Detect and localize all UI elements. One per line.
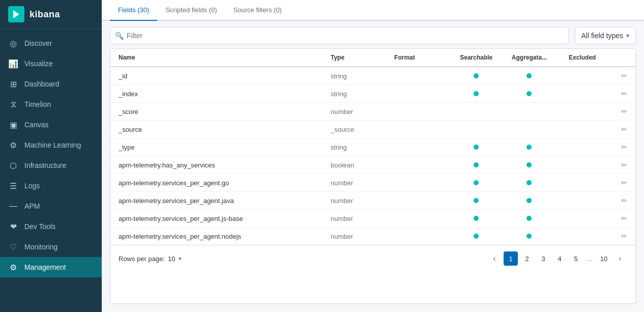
page-next-button[interactable]: ›: [613, 251, 627, 266]
rows-per-page-label: Rows per page:: [119, 255, 165, 263]
cell-searchable: [450, 192, 503, 210]
page-prev-button[interactable]: ‹: [487, 251, 502, 266]
sidebar-item-discover[interactable]: ◎ Discover: [0, 33, 102, 53]
cell-format: [386, 156, 450, 174]
page-1-button[interactable]: 1: [504, 251, 518, 266]
sidebar-label-discover: Discover: [24, 39, 52, 47]
filter-input[interactable]: [110, 27, 569, 44]
cell-excluded: [556, 103, 609, 121]
apm-icon: —: [8, 201, 18, 211]
sidebar-item-canvas[interactable]: ▣ Canvas: [0, 115, 102, 135]
page-10-button[interactable]: 10: [597, 251, 611, 266]
page-numbers: ‹ 1 2 3 4 5 ... 10 ›: [487, 251, 627, 266]
cell-type: boolean: [323, 156, 386, 174]
edit-icon[interactable]: ✏: [621, 72, 627, 80]
table-header: Name Type Format Searchable Aggregata...…: [110, 49, 635, 67]
cell-name: _id: [110, 67, 323, 85]
cell-excluded: [556, 210, 609, 228]
cell-type: string: [323, 67, 386, 85]
cell-type: number: [323, 174, 386, 192]
table-row: apm-telemetry.has_any_services boolean ✏: [110, 156, 635, 174]
sidebar-label-visualize: Visualize: [24, 60, 53, 68]
rows-per-page[interactable]: Rows per page: 10 ▾: [119, 255, 182, 263]
cell-name: apm-telemetry.services_per_agent.js-base: [110, 210, 323, 228]
tab-scripted-fields[interactable]: Scripted fields (0): [157, 0, 225, 21]
edit-icon[interactable]: ✏: [621, 107, 627, 116]
dev-tools-icon: ❤: [8, 221, 18, 232]
sidebar-item-visualize[interactable]: 📊 Visualize: [0, 53, 102, 74]
edit-icon[interactable]: ✏: [621, 90, 627, 98]
cell-excluded: [556, 121, 609, 138]
sidebar-item-dev-tools[interactable]: ❤ Dev Tools: [0, 216, 102, 237]
edit-icon[interactable]: ✏: [621, 161, 627, 169]
sidebar-item-apm[interactable]: — APM: [0, 196, 102, 216]
edit-icon[interactable]: ✏: [621, 214, 627, 222]
page-3-button[interactable]: 3: [536, 251, 550, 266]
kibana-logo-icon: [8, 6, 24, 22]
cell-searchable: [450, 85, 503, 103]
monitoring-icon: ♡: [8, 242, 18, 252]
logs-icon: ☰: [8, 181, 18, 191]
cell-searchable: [450, 121, 503, 138]
cell-format: [386, 174, 450, 192]
page-2-button[interactable]: 2: [520, 251, 534, 266]
cell-format: [386, 228, 450, 245]
sidebar-label-dashboard: Dashboard: [24, 80, 60, 88]
table-row: _id string ✏: [110, 67, 635, 85]
table-row: apm-telemetry.services_per_agent.js-base…: [110, 210, 635, 228]
cell-name: apm-telemetry.services_per_agent.nodejs: [110, 228, 323, 245]
edit-icon[interactable]: ✏: [621, 125, 627, 133]
cell-searchable: [450, 174, 503, 192]
aggregatable-dot: [526, 145, 532, 150]
sidebar-label-machine-learning: Machine Learning: [24, 141, 81, 149]
cell-excluded: [556, 192, 609, 210]
sidebar-label-infrastructure: Infrastructure: [24, 161, 66, 169]
cell-edit: ✏: [609, 192, 635, 210]
filter-input-wrap: 🔍: [110, 27, 569, 44]
tab-source-filters[interactable]: Source filters (0): [225, 0, 290, 21]
cell-aggregatable: [503, 228, 555, 245]
sidebar-item-logs[interactable]: ☰ Logs: [0, 176, 102, 196]
edit-icon[interactable]: ✏: [621, 196, 627, 205]
page-5-button[interactable]: 5: [569, 251, 583, 266]
cell-format: [386, 210, 450, 228]
table-row: apm-telemetry.services_per_agent.go numb…: [110, 174, 635, 192]
filter-row: 🔍 All field types ▾: [110, 21, 636, 48]
tab-fields[interactable]: Fields (30): [110, 0, 157, 21]
col-header-searchable: Searchable: [450, 49, 503, 67]
sidebar-item-machine-learning[interactable]: ⚙ Machine Learning: [0, 135, 102, 155]
aggregatable-dot: [526, 180, 532, 185]
edit-icon[interactable]: ✏: [621, 232, 627, 240]
sidebar-item-management[interactable]: ⚙ Management: [0, 257, 102, 277]
aggregatable-dot: [526, 162, 532, 167]
page-ellipsis: ...: [585, 255, 595, 263]
cell-searchable: [450, 67, 503, 85]
sidebar-label-management: Management: [24, 263, 66, 271]
cell-excluded: [556, 174, 609, 192]
cell-aggregatable: [503, 210, 555, 228]
main-content: Fields (30) Scripted fields (0) Source f…: [102, 0, 644, 312]
aggregatable-dot: [526, 234, 532, 239]
sidebar-nav: ◎ Discover 📊 Visualize ⊞ Dashboard ⧖ Tim…: [0, 29, 102, 312]
sidebar-item-dashboard[interactable]: ⊞ Dashboard: [0, 74, 102, 94]
table-body: _id string ✏ _index string ✏ _score numb…: [110, 67, 635, 245]
sidebar-item-timelion[interactable]: ⧖ Timelion: [0, 94, 102, 115]
cell-searchable: [450, 103, 503, 121]
pagination-row: Rows per page: 10 ▾ ‹ 1 2 3 4 5 ... 10 ›: [110, 245, 635, 272]
field-type-select[interactable]: All field types ▾: [575, 27, 636, 44]
timelion-icon: ⧖: [8, 99, 18, 109]
cell-type: string: [323, 85, 386, 103]
page-4-button[interactable]: 4: [552, 251, 567, 266]
sidebar-label-monitoring: Monitoring: [24, 243, 57, 251]
cell-edit: ✏: [609, 228, 635, 245]
rows-per-page-chevron-icon: ▾: [179, 256, 182, 262]
sidebar-item-infrastructure[interactable]: ⬡ Infrastructure: [0, 155, 102, 176]
search-icon: 🔍: [115, 32, 124, 40]
cell-name: apm-telemetry.services_per_agent.java: [110, 192, 323, 210]
aggregatable-dot: [526, 91, 532, 96]
rows-per-page-value: 10: [168, 255, 175, 263]
edit-icon[interactable]: ✏: [621, 179, 627, 187]
table-row: _source _source ✏: [110, 121, 635, 138]
sidebar-item-monitoring[interactable]: ♡ Monitoring: [0, 237, 102, 257]
edit-icon[interactable]: ✏: [621, 143, 627, 151]
